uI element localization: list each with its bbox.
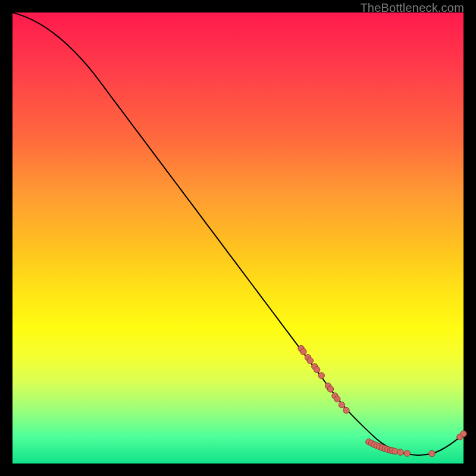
data-marker [314, 367, 320, 372]
data-marker [339, 402, 345, 408]
data-marker [343, 407, 349, 413]
data-marker [461, 431, 466, 437]
data-marker [334, 396, 340, 402]
chart-svg [12, 12, 464, 464]
data-marker [429, 450, 435, 456]
markers-group [298, 346, 466, 457]
plot-area [12, 12, 464, 464]
data-marker [404, 450, 410, 456]
data-marker [307, 358, 313, 364]
data-marker [318, 372, 324, 378]
data-marker [300, 349, 306, 355]
data-marker [327, 386, 333, 392]
data-marker [397, 449, 403, 455]
data-marker [392, 448, 398, 454]
bottleneck-curve [12, 12, 464, 455]
chart-stage: TheBottleneck.com [0, 0, 476, 476]
